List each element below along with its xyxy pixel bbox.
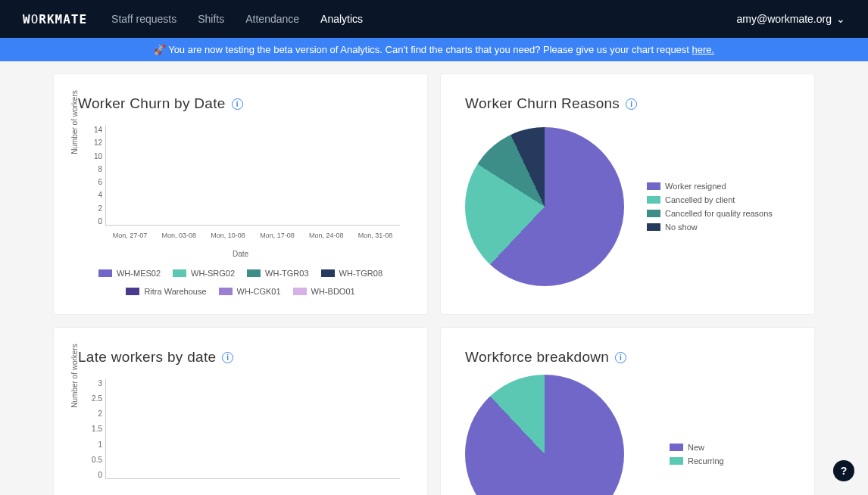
- legend-label: Ritra Warehouse: [144, 287, 206, 296]
- legend-item[interactable]: WH-SRG02: [173, 269, 235, 278]
- legend-swatch: [219, 288, 233, 295]
- info-icon[interactable]: i: [222, 352, 233, 363]
- legend-swatch: [647, 182, 660, 190]
- title-text: Worker Churn Reasons: [465, 95, 620, 112]
- title-text: Worker Churn by Date: [78, 95, 226, 112]
- pie-chart: [465, 375, 624, 495]
- title-text: Late workers by date: [78, 349, 216, 366]
- legend-label: New: [688, 443, 704, 452]
- user-menu[interactable]: amy@workmate.org ⌄: [737, 13, 845, 25]
- plot-area: [105, 126, 400, 226]
- dashboard-grid: Worker Churn by Date i Number of workers…: [0, 61, 868, 495]
- legend-item[interactable]: WH-TGR08: [321, 269, 382, 278]
- info-icon[interactable]: i: [232, 98, 243, 110]
- card-churn-by-date: Worker Churn by Date i Number of workers…: [53, 73, 428, 315]
- legend-label: Worker resigned: [665, 182, 726, 191]
- chart-workforce: NewRecurring: [465, 375, 790, 495]
- legend-item[interactable]: WH-CGK01: [219, 287, 281, 296]
- legend: Worker resignedCancelled by clientCancel…: [647, 182, 773, 232]
- nav-staff-requests[interactable]: Staff requests: [111, 13, 176, 25]
- legend-label: WH-BDO01: [311, 287, 355, 296]
- legend-swatch: [293, 288, 307, 295]
- legend-item[interactable]: New: [670, 443, 724, 452]
- top-nav: WORKMATE Staff requests Shifts Attendanc…: [0, 0, 868, 38]
- logo[interactable]: WORKMATE: [23, 12, 87, 26]
- legend-swatch: [670, 444, 683, 451]
- y-ticks: 14121086420: [87, 126, 102, 226]
- legend-item[interactable]: Recurring: [670, 456, 724, 465]
- legend-swatch: [647, 223, 660, 231]
- x-axis-label: Date: [78, 250, 403, 258]
- legend-item[interactable]: Ritra Warehouse: [126, 287, 206, 296]
- legend-swatch: [670, 457, 683, 465]
- legend-item[interactable]: Cancelled by client: [647, 195, 773, 204]
- y-axis-label: Number of workers: [70, 90, 79, 154]
- info-icon[interactable]: i: [626, 98, 637, 110]
- legend-swatch: [173, 269, 186, 277]
- legend-swatch: [247, 269, 261, 277]
- legend-item[interactable]: Cancelled for quality reasons: [647, 209, 773, 218]
- legend-swatch: [647, 196, 660, 204]
- legend-label: WH-MES02: [117, 269, 161, 278]
- bars: [106, 379, 400, 478]
- banner-link[interactable]: here.: [692, 44, 715, 55]
- legend-label: Cancelled for quality reasons: [665, 209, 773, 218]
- beta-banner: 🚀 You are now testing the beta version o…: [0, 38, 868, 61]
- legend-label: WH-CGK01: [237, 287, 281, 296]
- legend-swatch: [321, 269, 335, 277]
- legend-item[interactable]: No show: [647, 223, 773, 232]
- pie-chart: [465, 127, 624, 286]
- y-axis-label: Number of workers: [70, 344, 79, 407]
- card-churn-reasons: Worker Churn Reasons i Worker resignedCa…: [440, 73, 815, 315]
- legend-swatch: [647, 210, 660, 217]
- legend-label: Recurring: [688, 456, 724, 465]
- legend-item[interactable]: WH-TGR03: [247, 269, 308, 278]
- card-workforce: Workforce breakdown i NewRecurring: [440, 327, 815, 495]
- nav-attendance[interactable]: Attendance: [245, 13, 299, 25]
- x-ticks: Mon, 27-07Mon, 03-08Mon, 10-08Mon, 17-08…: [105, 232, 400, 239]
- card-title: Late workers by date i: [78, 349, 403, 366]
- top-nav-left: WORKMATE Staff requests Shifts Attendanc…: [23, 12, 363, 26]
- legend: NewRecurring: [670, 443, 724, 465]
- card-title: Workforce breakdown i: [465, 349, 790, 366]
- banner-text: You are now testing the beta version of …: [168, 44, 692, 55]
- title-text: Workforce breakdown: [465, 349, 609, 366]
- help-button[interactable]: ?: [833, 460, 854, 481]
- chart-churn-by-date: Number of workers 14121086420 Mon, 27-07…: [78, 126, 403, 247]
- chart-late-workers: Number of workers 32.521.510.50: [78, 379, 403, 495]
- legend-label: Cancelled by client: [665, 195, 735, 204]
- legend-label: WH-SRG02: [191, 269, 235, 278]
- nav-shifts[interactable]: Shifts: [198, 13, 224, 25]
- chart-churn-reasons: Worker resignedCancelled by clientCancel…: [465, 127, 790, 286]
- y-ticks: 32.521.510.50: [87, 379, 102, 479]
- user-email: amy@workmate.org: [737, 13, 832, 25]
- card-title: Worker Churn Reasons i: [465, 95, 790, 112]
- legend-label: WH-TGR03: [265, 269, 308, 278]
- banner-emoji: 🚀: [154, 44, 166, 55]
- bars: [106, 126, 400, 225]
- legend-item[interactable]: WH-MES02: [98, 269, 161, 278]
- legend-swatch: [126, 288, 139, 295]
- legend-swatch: [98, 269, 112, 277]
- nav-analytics[interactable]: Analytics: [320, 13, 363, 25]
- legend-label: No show: [665, 223, 698, 232]
- legend: WH-MES02WH-SRG02WH-TGR03WH-TGR08Ritra Wa…: [78, 269, 403, 296]
- legend-item[interactable]: Worker resigned: [647, 182, 773, 191]
- nav-items: Staff requests Shifts Attendance Analyti…: [111, 13, 363, 25]
- chevron-down-icon: ⌄: [836, 13, 845, 25]
- legend-label: WH-TGR08: [339, 269, 382, 278]
- card-late-workers: Late workers by date i Number of workers…: [53, 327, 428, 495]
- plot-area: [105, 379, 400, 479]
- card-title: Worker Churn by Date i: [78, 95, 403, 112]
- legend-item[interactable]: WH-BDO01: [293, 287, 355, 296]
- info-icon[interactable]: i: [615, 352, 626, 363]
